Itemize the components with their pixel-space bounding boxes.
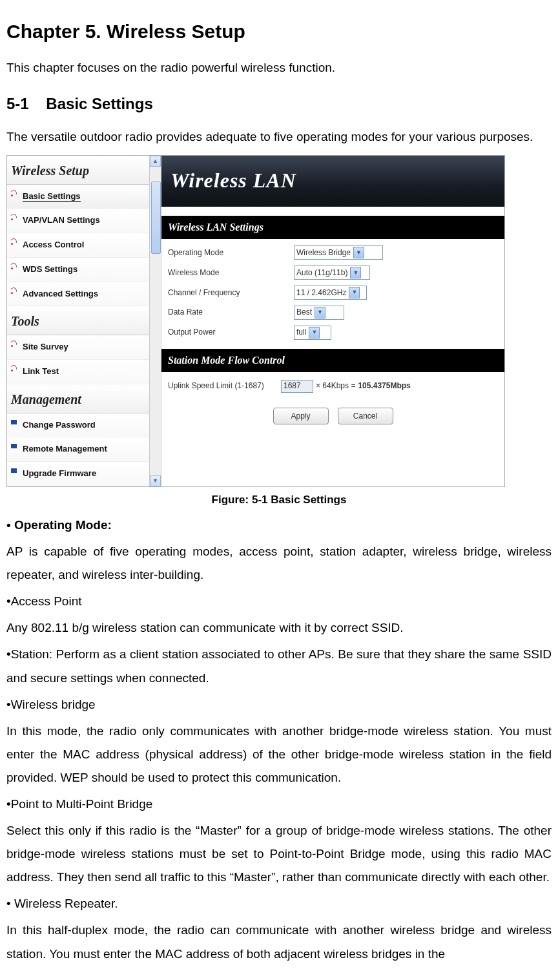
sidebar-item-label: VAP/VLAN Settings <box>23 215 100 225</box>
operating-mode-select[interactable]: Wireless Bridge▼ <box>294 245 383 260</box>
sidebar-item-site-survey[interactable]: Site Survey <box>7 335 161 360</box>
sidebar-item-label: Basic Settings <box>23 191 81 202</box>
banner-title: Wireless LAN <box>170 161 495 200</box>
apply-button[interactable]: Apply <box>273 408 329 424</box>
station-text: •Station: Perform as a client station as… <box>6 643 552 689</box>
scroll-down-icon[interactable]: ▼ <box>150 475 161 486</box>
sidebar-scrollbar[interactable]: ▲ ▼ <box>149 156 161 486</box>
sidebar-item-label: Remote Management <box>23 444 107 454</box>
wireless-bridge-text: In this mode, the radio only communicate… <box>6 720 552 789</box>
scroll-thumb[interactable] <box>151 182 161 254</box>
page-banner: Wireless LAN <box>161 156 504 207</box>
wifi-icon <box>11 262 19 270</box>
uplink-speed-label: Uplink Speed Limit (1-1687) <box>168 379 281 393</box>
sidebar-item-basic-settings[interactable]: Basic Settings <box>7 185 161 209</box>
wireless-mode-select[interactable]: Auto (11g/11b)▼ <box>294 266 370 280</box>
operating-mode-heading: • Operating Mode: <box>6 514 552 537</box>
uplink-speed-input[interactable]: 1687 <box>281 380 313 393</box>
data-rate-select[interactable]: Best▼ <box>294 306 344 320</box>
sidebar-item-wds[interactable]: WDS Settings <box>7 258 161 282</box>
sidebar-item-label: Access Control <box>23 240 84 249</box>
select-value: 11 / 2.462GHz <box>296 286 346 300</box>
section-title: Basic Settings <box>46 95 152 112</box>
settings-form: Operating Mode Wireless Bridge▼ Wireless… <box>161 239 504 349</box>
chevron-down-icon: ▼ <box>315 307 326 318</box>
square-icon <box>11 468 17 473</box>
wr-text: In this half-duplex mode, the radio can … <box>6 919 552 965</box>
pmb-head: •Point to Multi-Point Bridge <box>6 793 552 816</box>
wr-head: • Wireless Repeater. <box>6 892 552 915</box>
wifi-icon <box>11 189 19 197</box>
section-intro: The versatile outdoor radio provides ade… <box>6 125 552 149</box>
square-icon <box>11 420 17 424</box>
output-power-label: Output Power <box>168 325 294 340</box>
sidebar-item-label: WDS Settings <box>23 264 78 274</box>
uplink-unit-text: × 64Kbps = <box>316 379 355 393</box>
cancel-button[interactable]: Cancel <box>338 408 393 424</box>
settings-section-header: Wireless LAN Settings <box>161 216 504 239</box>
square-icon <box>11 444 17 448</box>
scroll-up-icon[interactable]: ▲ <box>150 156 161 167</box>
chevron-down-icon: ▼ <box>349 287 360 298</box>
sidebar-item-link-test[interactable]: Link Test <box>7 360 161 384</box>
wifi-icon <box>11 340 19 348</box>
sidebar-item-change-password[interactable]: Change Password <box>7 413 161 438</box>
sidebar-item-upgrade-fw[interactable]: Upgrade Firmware <box>7 462 161 486</box>
sidebar-item-label: Advanced Settings <box>23 289 98 298</box>
chevron-down-icon: ▼ <box>309 327 320 339</box>
sidebar-item-access-control[interactable]: Access Control <box>7 233 161 258</box>
sidebar-item-label: Link Test <box>23 366 59 376</box>
wifi-icon <box>11 364 19 372</box>
chevron-down-icon: ▼ <box>353 247 364 258</box>
sidebar-group-wireless-setup: Wireless Setup <box>7 156 161 185</box>
flow-control-header: Station Mode Flow Control <box>161 349 504 372</box>
sidebar-item-label: Upgrade Firmware <box>23 468 96 478</box>
sidebar-item-label: Site Survey <box>23 342 68 351</box>
sidebar-item-advanced[interactable]: Advanced Settings <box>7 282 161 307</box>
data-rate-label: Data Rate <box>168 305 294 320</box>
chapter-title: Chapter 5. Wireless Setup <box>6 13 552 50</box>
figure-caption: Figure: 5-1 Basic Settings <box>6 490 552 510</box>
select-value: Wireless Bridge <box>296 245 351 260</box>
pmb-text: Select this only if this radio is the “M… <box>6 819 552 889</box>
access-point-head: •Access Point <box>6 590 552 613</box>
wifi-icon <box>11 287 19 295</box>
operating-mode-desc: AP is capable of five operating modes, a… <box>6 540 552 587</box>
app-screenshot: Wireless Setup Basic Settings VAP/VLAN S… <box>6 155 505 487</box>
wireless-mode-label: Wireless Mode <box>168 266 294 280</box>
channel-select[interactable]: 11 / 2.462GHz▼ <box>294 286 367 300</box>
wifi-icon <box>11 213 19 221</box>
chapter-intro: This chapter focuses on the radio powerf… <box>6 56 552 79</box>
sidebar-item-remote-mgmt[interactable]: Remote Management <box>7 437 161 462</box>
access-point-text: Any 802.11 b/g wireless station can comm… <box>6 616 552 640</box>
select-value: full <box>296 325 306 340</box>
wifi-icon <box>11 238 19 245</box>
section-heading: 5-1 Basic Settings <box>6 89 552 119</box>
uplink-result: 105.4375Mbps <box>358 379 410 393</box>
select-value: Best <box>296 305 312 320</box>
sidebar-group-management: Management <box>7 384 161 413</box>
operating-mode-label: Operating Mode <box>168 245 294 260</box>
chevron-down-icon: ▼ <box>350 267 361 278</box>
sidebar: Wireless Setup Basic Settings VAP/VLAN S… <box>7 156 161 486</box>
section-number: 5-1 <box>6 95 29 112</box>
main-pane: Wireless LAN Wireless LAN Settings Opera… <box>161 156 504 486</box>
channel-label: Channel / Frequency <box>168 286 294 300</box>
output-power-select[interactable]: full▼ <box>294 326 331 340</box>
sidebar-item-label: Change Password <box>23 420 96 430</box>
sidebar-item-vap-vlan[interactable]: VAP/VLAN Settings <box>7 209 161 233</box>
sidebar-group-tools: Tools <box>7 306 161 335</box>
wireless-bridge-head: •Wireless bridge <box>6 693 552 716</box>
select-value: Auto (11g/11b) <box>296 266 347 280</box>
